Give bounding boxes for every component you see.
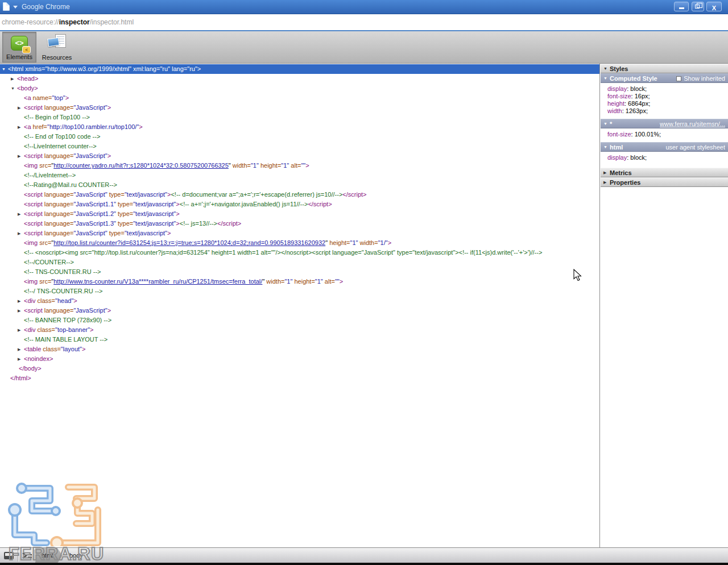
disclosure-collapsed-icon[interactable]: ▶: [18, 229, 20, 238]
elements-tab-button[interactable]: <>< Elements: [2, 32, 36, 63]
resources-photo-icon: [47, 38, 60, 47]
dom-tree-row[interactable]: ▼<body>: [0, 84, 599, 93]
syntax-tag: <div: [24, 297, 36, 304]
dom-tree-row[interactable]: <!-- MAIN TABLE LAYOUT -->: [0, 335, 599, 344]
dom-tree-row[interactable]: <!--/COUNTER-->: [0, 257, 599, 267]
metrics-section-header[interactable]: ▶ Metrics: [601, 168, 728, 177]
dropdown-arrow-icon[interactable]: [13, 6, 18, 9]
restore-button[interactable]: [692, 2, 704, 11]
syntax-val: "layout": [61, 346, 82, 352]
dom-tree-row[interactable]: </html>: [0, 373, 599, 383]
dom-tree-row[interactable]: <!--LiveInternet counter-->: [0, 142, 599, 151]
computed-style-header[interactable]: ▼ Computed Style Show inherited: [601, 73, 728, 83]
disclosure-collapsed-icon[interactable]: ▶: [18, 354, 20, 364]
stylesheet-link[interactable]: www.ferra.ru/sitemsn/...: [660, 119, 725, 128]
syntax-com: <!-- MAIN TABLE LAYOUT -->: [24, 336, 107, 343]
dom-tree-row[interactable]: ▶<div class="top-banner">: [0, 325, 599, 335]
elements-tab-label: Elements: [3, 53, 36, 60]
disclosure-collapsed-icon[interactable]: ▶: [18, 306, 20, 315]
dom-tree-row[interactable]: ▶<table class="layout">: [0, 344, 599, 354]
disclosure-collapsed-icon[interactable]: ▶: [18, 325, 20, 335]
dom-tree-row[interactable]: <a name="top">: [0, 93, 599, 103]
disclosure-expanded-icon[interactable]: ▼: [2, 64, 6, 74]
console-icon[interactable]: [22, 552, 33, 559]
disclosure-collapsed-icon[interactable]: ▶: [18, 151, 20, 161]
dom-tree-row[interactable]: ▶<noindex>: [0, 354, 599, 364]
breadcrumb-body[interactable]: body: [69, 548, 83, 563]
dom-tree-row[interactable]: <img src="http://www.tns-counter.ru/V13a…: [0, 277, 599, 286]
dom-tree-row[interactable]: <script language="JavaScript" type="text…: [0, 190, 599, 200]
close-button[interactable]: X: [706, 2, 722, 11]
dom-tree-row[interactable]: <!--/ TNS-COUNTER.RU -->: [0, 286, 599, 296]
disclosure-collapsed-icon[interactable]: ▶: [18, 344, 20, 354]
dom-tree-row[interactable]: <!-- TNS-COUNTER.RU -->: [0, 267, 599, 277]
syntax-attr: lang=: [170, 65, 187, 72]
rule-header-html[interactable]: ▼ html user agent stylesheet: [601, 142, 728, 152]
dom-tree-row[interactable]: <!-- BANNER TOP (728x90) -->: [0, 315, 599, 325]
dom-tree-row[interactable]: ▶<script language="JavaScript">: [0, 306, 599, 315]
syntax-attr: language=: [43, 210, 74, 217]
dock-icon[interactable]: [4, 552, 14, 559]
page-icon[interactable]: [3, 2, 10, 11]
dom-tree[interactable]: ▼<html xmlns="http://www.w3.org/1999/xht…: [0, 64, 600, 547]
statusbar-separator: [18, 550, 18, 562]
dom-tree-row[interactable]: <!--/LiveInternet-->: [0, 171, 599, 180]
minimize-button[interactable]: [674, 2, 689, 11]
styles-section-header[interactable]: ▼ Styles: [601, 64, 728, 73]
resources-tab-button[interactable]: Resources: [38, 32, 76, 63]
dom-tree-row[interactable]: <!--Rating@Mail.ru COUNTER-->: [0, 180, 599, 190]
syntax-tag: <img: [24, 162, 38, 169]
dom-tree-row[interactable]: ▶<script language="JavaScript">: [0, 151, 599, 161]
disclosure-expanded-icon[interactable]: ▼: [11, 84, 15, 93]
dom-tree-row[interactable]: </body>: [0, 364, 599, 373]
syntax-tag: >: [90, 326, 93, 333]
dom-tree-row[interactable]: <script language="JavaScript1.3" type="t…: [0, 219, 599, 229]
dom-tree-row[interactable]: <!-- Begin of Top100 -->: [0, 113, 599, 122]
dom-tree-row[interactable]: ▶<head>: [0, 74, 599, 84]
show-inherited-checkbox[interactable]: [676, 76, 681, 81]
dom-tree-row[interactable]: <!-- End of Top100 code -->: [0, 132, 599, 142]
disclosure-collapsed-icon[interactable]: ▶: [18, 296, 20, 306]
disclosure-collapsed-icon[interactable]: ▶: [11, 74, 14, 84]
dom-tree-row[interactable]: ▶<script language="JavaScript" type="tex…: [0, 229, 599, 238]
minimize-icon: [679, 7, 684, 9]
syntax-attr: xml:lang=: [131, 65, 160, 72]
syntax-val: "head": [55, 297, 73, 304]
properties-section-header[interactable]: ▶ Properties: [601, 177, 728, 187]
syntax-val: "JavaScript": [73, 104, 107, 111]
disclosure-collapsed-icon[interactable]: ▶: [18, 209, 20, 219]
dom-tree-row[interactable]: ▶<script language="JavaScript">: [0, 103, 599, 113]
syntax-val: "JavaScript": [73, 307, 107, 314]
syntax-val: "text/javascript": [133, 210, 176, 217]
disclosure-collapsed-icon[interactable]: ▶: [18, 122, 20, 132]
syntax-val: "": [335, 278, 340, 285]
dom-tree-row[interactable]: <img src="http://counter.yadro.ru/hit?r;…: [0, 161, 599, 171]
elements-subicon: <: [22, 46, 31, 53]
property-value: : block;: [627, 154, 647, 161]
triangle-right-icon: ▶: [603, 168, 606, 177]
syntax-val: "text/javascript": [133, 220, 176, 227]
stylesheet-source: user agent stylesheet: [665, 143, 725, 152]
dom-tree-row[interactable]: <!-- <noscript><img src="http://top.list…: [0, 248, 599, 257]
syntax-com: <!-- js=13//-->: [180, 220, 217, 227]
dom-tree-row[interactable]: ▶<script language="JavaScript1.2" type="…: [0, 209, 599, 219]
syntax-tag: >: [305, 162, 309, 169]
metrics-section-title: Metrics: [610, 169, 632, 176]
syntax-tag: >: [73, 297, 77, 304]
dom-tree-row[interactable]: ▶<a href="http://top100.rambler.ru/top10…: [0, 122, 599, 132]
dom-tree-row[interactable]: ▼<html xmlns="http://www.w3.org/1999/xht…: [0, 64, 599, 74]
property-value: : 6864px;: [624, 100, 650, 107]
syntax-attr: type=: [107, 191, 125, 198]
property-name: font-size: [607, 93, 631, 99]
rule-header-star[interactable]: ▼ * www.ferra.ru/sitemsn/...: [601, 119, 728, 128]
syntax-attr: height=: [328, 239, 350, 246]
resources-tab-label: Resources: [38, 54, 76, 61]
dom-tree-row[interactable]: <img src="http://top.list.ru/counter?id=…: [0, 238, 599, 248]
rule-0-props: font-size: 100.01%;: [601, 128, 728, 142]
dom-tree-row[interactable]: <script language="JavaScript1.1" type="t…: [0, 200, 599, 209]
breadcrumb-html[interactable]: html: [35, 548, 63, 563]
show-inherited-control: Show inherited: [676, 74, 725, 83]
disclosure-collapsed-icon[interactable]: ▶: [18, 103, 20, 113]
dom-tree-row[interactable]: ▶<div class="head">: [0, 296, 599, 306]
computed-style-title: Computed Style: [610, 75, 657, 82]
